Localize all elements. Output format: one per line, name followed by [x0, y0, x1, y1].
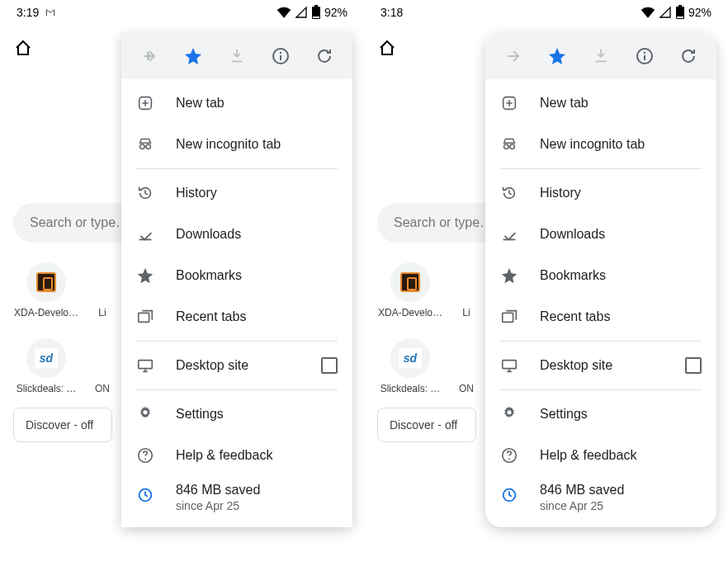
svg-point-15: [144, 458, 146, 460]
signal-icon: [659, 6, 672, 19]
svg-point-8: [146, 144, 151, 149]
menu-recent-tabs[interactable]: Recent tabs: [121, 296, 352, 337]
downloads-icon: [136, 225, 154, 243]
status-time: 3:19: [17, 6, 39, 19]
refresh-icon[interactable]: [314, 46, 334, 66]
forward-icon[interactable]: [139, 46, 159, 66]
help-icon: [500, 446, 518, 465]
recent-tabs-icon: [500, 308, 518, 326]
desktop-site-checkbox[interactable]: [685, 357, 702, 374]
info-icon[interactable]: [635, 46, 655, 66]
menu-separator: [136, 168, 338, 169]
svg-rect-26: [503, 313, 513, 322]
data-saver-icon: [500, 486, 518, 504]
menu-desktop-site[interactable]: Desktop site: [121, 345, 352, 386]
menu-new-tab[interactable]: New tab: [121, 83, 352, 124]
svg-point-30: [508, 458, 510, 460]
menu-separator: [500, 389, 702, 390]
signal-icon: [295, 6, 308, 19]
shortcut-cut[interactable]: Li: [456, 262, 476, 318]
plus-box-icon: [500, 94, 518, 112]
data-saver-icon: [136, 486, 154, 504]
home-icon[interactable]: [377, 38, 397, 58]
menu-data-saved[interactable]: 846 MB saved since Apr 25: [121, 476, 352, 524]
menu-data-saved[interactable]: 846 MB saved since Apr 25: [485, 476, 716, 524]
wifi-icon: [277, 5, 291, 20]
shortcut-slickdeals[interactable]: sd Slickdeals: …: [377, 338, 443, 394]
bookmarks-icon: [136, 266, 154, 285]
menu-separator: [136, 389, 338, 390]
shortcut-cut[interactable]: Li: [92, 262, 112, 318]
download-icon[interactable]: [227, 46, 247, 66]
desktop-site-checkbox[interactable]: [321, 357, 338, 374]
forward-icon[interactable]: [503, 46, 523, 66]
menu-downloads[interactable]: Downloads: [121, 214, 352, 255]
menu-desktop-site[interactable]: Desktop site: [485, 345, 716, 386]
phone-left: 3:19 92% Search or type… XDA-Develo…: [0, 0, 364, 566]
download-icon[interactable]: [591, 46, 611, 66]
svg-point-25: [510, 144, 515, 149]
shortcut-xda[interactable]: XDA-Develo…: [13, 262, 79, 318]
menu-settings[interactable]: Settings: [485, 394, 716, 435]
battery-percent: 92%: [324, 6, 347, 19]
menu-incognito[interactable]: New incognito tab: [121, 124, 352, 165]
discover-button[interactable]: Discover - off: [13, 408, 112, 442]
svg-point-24: [504, 144, 509, 149]
star-icon[interactable]: [183, 46, 203, 66]
menu-downloads[interactable]: Downloads: [485, 214, 716, 255]
menu-bookmarks[interactable]: Bookmarks: [121, 255, 352, 296]
settings-icon: [500, 405, 518, 423]
desktop-icon: [500, 356, 518, 375]
discover-button[interactable]: Discover - off: [377, 408, 476, 442]
info-icon[interactable]: [271, 46, 291, 66]
overflow-menu: New tab New incognito tab History Downlo…: [121, 33, 352, 527]
shortcut-cut2[interactable]: ON: [92, 338, 112, 394]
svg-point-21: [644, 52, 645, 54]
menu-help[interactable]: Help & feedback: [485, 435, 716, 476]
star-icon[interactable]: [547, 46, 567, 66]
xda-favicon: [400, 272, 420, 292]
shortcut-slickdeals[interactable]: sd Slickdeals: …: [13, 338, 79, 394]
svg-point-4: [280, 52, 281, 54]
xda-favicon: [36, 272, 56, 292]
battery-icon: [311, 5, 321, 20]
menu-incognito[interactable]: New incognito tab: [485, 124, 716, 165]
menu-icon-row: [485, 33, 716, 79]
help-icon: [136, 446, 154, 465]
slickdeals-favicon: sd: [35, 348, 58, 368]
shortcut-cut2[interactable]: ON: [456, 338, 476, 394]
downloads-icon: [500, 225, 518, 243]
overflow-menu: New tab New incognito tab History Downlo…: [485, 33, 716, 527]
svg-rect-10: [139, 361, 153, 369]
plus-box-icon: [136, 94, 154, 112]
menu-bookmarks[interactable]: Bookmarks: [485, 255, 716, 296]
svg-point-28: [507, 410, 511, 414]
svg-rect-9: [139, 313, 149, 322]
menu-separator: [136, 341, 338, 342]
recent-tabs-icon: [136, 308, 154, 326]
gmail-icon: [44, 6, 57, 19]
menu-separator: [500, 341, 702, 342]
menu-help[interactable]: Help & feedback: [121, 435, 352, 476]
menu-recent-tabs[interactable]: Recent tabs: [485, 296, 716, 337]
shortcut-xda[interactable]: XDA-Develo…: [377, 262, 443, 318]
svg-rect-22: [644, 55, 645, 60]
menu-settings[interactable]: Settings: [121, 394, 352, 435]
svg-rect-18: [678, 5, 682, 7]
settings-icon: [136, 405, 154, 423]
history-icon: [500, 184, 518, 202]
home-icon[interactable]: [13, 38, 33, 58]
incognito-icon: [500, 135, 518, 153]
history-icon: [136, 184, 154, 202]
slickdeals-favicon: sd: [399, 348, 422, 368]
wifi-icon: [641, 5, 655, 20]
phone-right: 3:18 92% Search or type… XDA-Develo… Li: [364, 0, 728, 566]
menu-history[interactable]: History: [485, 172, 716, 214]
menu-new-tab[interactable]: New tab: [485, 83, 716, 124]
svg-point-13: [143, 410, 147, 414]
status-time: 3:18: [381, 6, 403, 19]
menu-history[interactable]: History: [121, 172, 352, 214]
battery-icon: [675, 5, 685, 20]
menu-separator: [500, 168, 702, 169]
refresh-icon[interactable]: [678, 46, 698, 66]
